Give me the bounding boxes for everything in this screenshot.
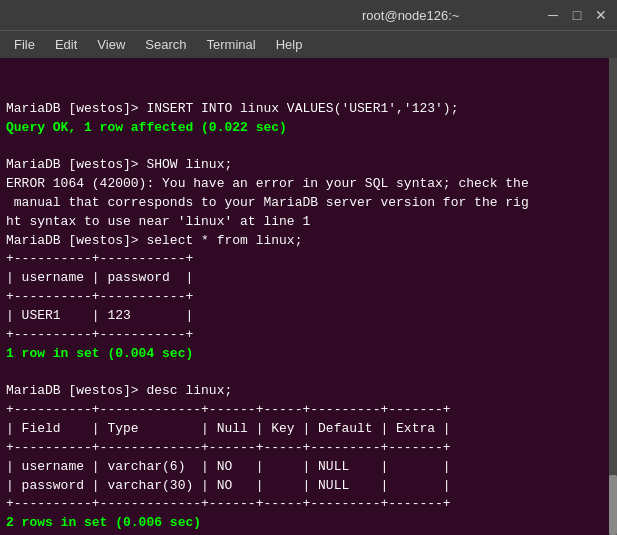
menu-search[interactable]: Search [135, 35, 196, 54]
menu-view[interactable]: View [87, 35, 135, 54]
minimize-button[interactable]: ─ [545, 7, 561, 23]
menu-file[interactable]: File [4, 35, 45, 54]
scrollbar-thumb[interactable] [609, 475, 617, 535]
scrollbar[interactable] [609, 58, 617, 535]
menu-terminal[interactable]: Terminal [197, 35, 266, 54]
menubar: File Edit View Search Terminal Help [0, 30, 617, 58]
maximize-button[interactable]: □ [569, 7, 585, 23]
close-button[interactable]: ✕ [593, 7, 609, 23]
terminal-content: MariaDB [westos]> INSERT INTO linux VALU… [6, 100, 611, 535]
terminal[interactable]: MariaDB [westos]> INSERT INTO linux VALU… [0, 58, 617, 535]
titlebar-buttons: ─ □ ✕ [545, 7, 609, 23]
menu-help[interactable]: Help [266, 35, 313, 54]
titlebar-title: root@node126:~ [277, 8, 546, 23]
titlebar: root@node126:~ ─ □ ✕ [0, 0, 617, 30]
menu-edit[interactable]: Edit [45, 35, 87, 54]
